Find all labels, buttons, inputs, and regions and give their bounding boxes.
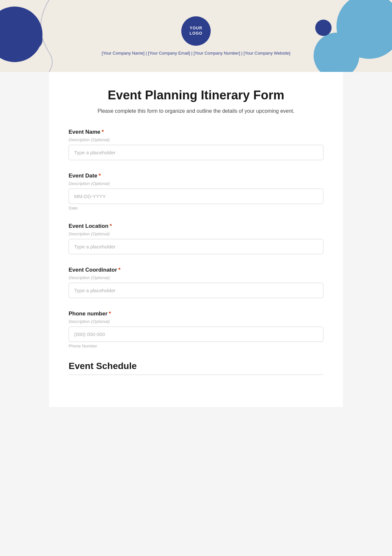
phone-number-label: Phone number* — [69, 311, 323, 317]
required-star: * — [110, 223, 112, 229]
company-info: [Your Company Name] | [Your Company Emai… — [102, 51, 290, 56]
event-location-description: Description (Optional) — [69, 231, 323, 236]
event-name-field: Event Name* Description (Optional) — [69, 129, 323, 160]
phone-number-field: Phone number* Description (Optional) Pho… — [69, 311, 323, 348]
header-banner: YOUR LOGO [Your Company Name] | [Your Co… — [0, 0, 392, 72]
phone-number-hint: Phone Number — [69, 344, 323, 348]
dots-top-left — [47, 8, 60, 11]
phone-number-description: Description (Optional) — [69, 319, 323, 324]
event-date-hint: Date — [69, 206, 323, 211]
event-location-field: Event Location* Description (Optional) — [69, 223, 323, 254]
event-date-label: Event Date* — [69, 173, 323, 179]
event-coordinator-field: Event Coordinator* Description (Optional… — [69, 267, 323, 298]
phone-number-input[interactable] — [69, 327, 323, 342]
required-star: * — [102, 129, 104, 135]
section-divider — [69, 375, 323, 375]
event-location-input[interactable] — [69, 239, 323, 254]
circle-small-right — [315, 20, 332, 36]
event-name-input[interactable] — [69, 145, 323, 160]
dots-bottom-left — [34, 61, 47, 64]
event-schedule-title: Event Schedule — [69, 361, 323, 371]
form-title: Event Planning Itinerary Form — [69, 88, 323, 102]
dots-bottom-right — [348, 56, 361, 59]
event-coordinator-input[interactable] — [69, 283, 323, 298]
event-date-description: Description (Optional) — [69, 181, 323, 186]
company-logo: YOUR LOGO — [181, 16, 211, 46]
required-star: * — [109, 311, 111, 317]
required-star: * — [99, 173, 101, 179]
event-coordinator-label: Event Coordinator* — [69, 267, 323, 273]
form-container: Event Planning Itinerary Form Please com… — [49, 72, 343, 407]
form-subtitle: Please complete this form to organize an… — [69, 108, 323, 114]
event-location-label: Event Location* — [69, 223, 323, 229]
event-name-description: Description (Optional) — [69, 137, 323, 142]
event-name-label: Event Name* — [69, 129, 323, 135]
dots-top-right — [314, 5, 327, 8]
event-schedule-section: Event Schedule — [69, 361, 323, 375]
event-date-input[interactable] — [69, 189, 323, 204]
event-coordinator-description: Description (Optional) — [69, 275, 323, 280]
event-date-field: Event Date* Description (Optional) Date — [69, 173, 323, 211]
required-star: * — [118, 267, 121, 273]
